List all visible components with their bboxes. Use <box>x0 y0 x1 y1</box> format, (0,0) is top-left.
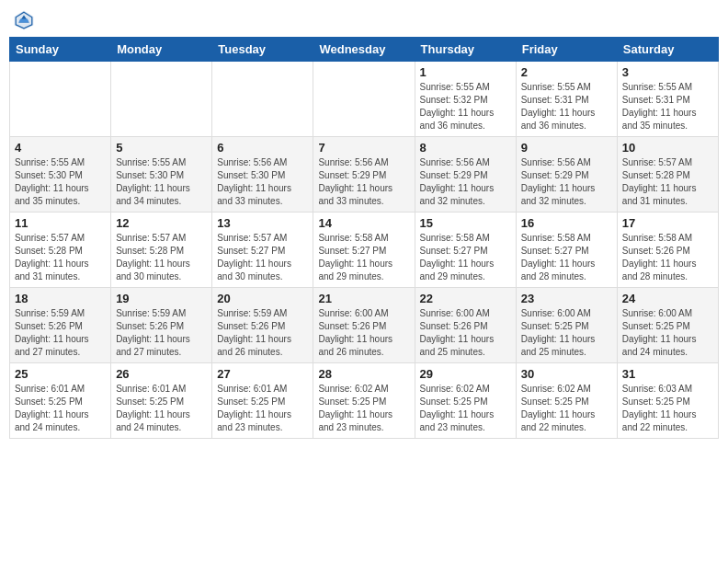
day-number: 5 <box>116 141 207 155</box>
logo-icon <box>13 9 35 31</box>
day-number: 14 <box>318 216 409 230</box>
day-number: 9 <box>521 141 612 155</box>
calendar-week-1: 1Sunrise: 5:55 AM Sunset: 5:32 PM Daylig… <box>10 62 719 137</box>
day-info: Sunrise: 5:56 AM Sunset: 5:29 PM Dayligh… <box>521 156 612 208</box>
calendar-week-4: 18Sunrise: 5:59 AM Sunset: 5:26 PM Dayli… <box>10 288 719 363</box>
calendar-cell: 15Sunrise: 5:58 AM Sunset: 5:27 PM Dayli… <box>415 213 516 288</box>
day-number: 28 <box>318 367 409 381</box>
calendar-week-5: 25Sunrise: 6:01 AM Sunset: 5:25 PM Dayli… <box>10 363 719 439</box>
day-number: 4 <box>15 141 106 155</box>
day-number: 27 <box>217 367 308 381</box>
calendar-cell <box>212 62 313 137</box>
day-info: Sunrise: 5:57 AM Sunset: 5:28 PM Dayligh… <box>15 232 106 283</box>
day-number: 3 <box>622 65 713 79</box>
day-info: Sunrise: 6:02 AM Sunset: 5:25 PM Dayligh… <box>318 383 409 434</box>
day-info: Sunrise: 5:57 AM Sunset: 5:27 PM Dayligh… <box>217 232 308 283</box>
day-number: 26 <box>116 367 207 381</box>
calendar-cell: 4Sunrise: 5:55 AM Sunset: 5:30 PM Daylig… <box>10 137 111 213</box>
day-info: Sunrise: 5:57 AM Sunset: 5:28 PM Dayligh… <box>116 232 207 283</box>
day-info: Sunrise: 5:56 AM Sunset: 5:29 PM Dayligh… <box>420 156 511 208</box>
day-info: Sunrise: 6:02 AM Sunset: 5:25 PM Dayligh… <box>521 383 612 434</box>
calendar-cell: 18Sunrise: 5:59 AM Sunset: 5:26 PM Dayli… <box>10 288 111 363</box>
calendar-cell: 17Sunrise: 5:58 AM Sunset: 5:26 PM Dayli… <box>617 213 718 288</box>
column-header-friday: Friday <box>516 38 617 62</box>
calendar-cell: 6Sunrise: 5:56 AM Sunset: 5:30 PM Daylig… <box>212 137 313 213</box>
day-number: 22 <box>420 292 511 305</box>
calendar-cell: 14Sunrise: 5:58 AM Sunset: 5:27 PM Dayli… <box>313 213 415 288</box>
day-number: 8 <box>420 141 511 155</box>
day-info: Sunrise: 5:56 AM Sunset: 5:30 PM Dayligh… <box>217 156 308 208</box>
calendar-cell: 2Sunrise: 5:55 AM Sunset: 5:31 PM Daylig… <box>516 62 617 137</box>
calendar-cell: 7Sunrise: 5:56 AM Sunset: 5:29 PM Daylig… <box>313 137 415 213</box>
day-info: Sunrise: 5:55 AM Sunset: 5:32 PM Dayligh… <box>420 81 511 132</box>
day-number: 6 <box>217 141 308 155</box>
calendar-cell: 20Sunrise: 5:59 AM Sunset: 5:26 PM Dayli… <box>212 288 313 363</box>
day-info: Sunrise: 6:00 AM Sunset: 5:25 PM Dayligh… <box>622 307 713 359</box>
calendar-cell <box>10 62 111 137</box>
calendar-cell: 24Sunrise: 6:00 AM Sunset: 5:25 PM Dayli… <box>617 288 718 363</box>
calendar-cell: 29Sunrise: 6:02 AM Sunset: 5:25 PM Dayli… <box>415 363 516 439</box>
day-info: Sunrise: 5:55 AM Sunset: 5:31 PM Dayligh… <box>521 81 612 132</box>
logo <box>13 9 39 31</box>
day-info: Sunrise: 5:58 AM Sunset: 5:27 PM Dayligh… <box>318 232 409 283</box>
calendar-cell: 11Sunrise: 5:57 AM Sunset: 5:28 PM Dayli… <box>10 213 111 288</box>
day-info: Sunrise: 5:59 AM Sunset: 5:26 PM Dayligh… <box>116 307 207 359</box>
day-info: Sunrise: 5:58 AM Sunset: 5:27 PM Dayligh… <box>420 232 511 283</box>
day-number: 19 <box>116 292 207 305</box>
calendar-cell: 12Sunrise: 5:57 AM Sunset: 5:28 PM Dayli… <box>111 213 212 288</box>
calendar-cell: 22Sunrise: 6:00 AM Sunset: 5:26 PM Dayli… <box>415 288 516 363</box>
calendar-cell <box>111 62 212 137</box>
column-header-sunday: Sunday <box>10 38 111 62</box>
day-info: Sunrise: 6:01 AM Sunset: 5:25 PM Dayligh… <box>15 383 106 434</box>
day-info: Sunrise: 5:58 AM Sunset: 5:27 PM Dayligh… <box>521 232 612 283</box>
day-info: Sunrise: 5:59 AM Sunset: 5:26 PM Dayligh… <box>217 307 308 359</box>
day-number: 25 <box>15 367 106 381</box>
day-number: 2 <box>521 65 612 79</box>
calendar-cell: 30Sunrise: 6:02 AM Sunset: 5:25 PM Dayli… <box>516 363 617 439</box>
day-info: Sunrise: 5:55 AM Sunset: 5:30 PM Dayligh… <box>116 156 207 208</box>
day-info: Sunrise: 5:56 AM Sunset: 5:29 PM Dayligh… <box>318 156 409 208</box>
page-header <box>9 9 719 31</box>
calendar-cell: 28Sunrise: 6:02 AM Sunset: 5:25 PM Dayli… <box>313 363 415 439</box>
day-info: Sunrise: 6:03 AM Sunset: 5:25 PM Dayligh… <box>622 383 713 434</box>
day-number: 13 <box>217 216 308 230</box>
day-info: Sunrise: 5:59 AM Sunset: 5:26 PM Dayligh… <box>15 307 106 359</box>
day-number: 23 <box>521 292 612 305</box>
day-number: 24 <box>622 292 713 305</box>
calendar-cell: 25Sunrise: 6:01 AM Sunset: 5:25 PM Dayli… <box>10 363 111 439</box>
column-header-saturday: Saturday <box>617 38 718 62</box>
calendar-cell: 23Sunrise: 6:00 AM Sunset: 5:25 PM Dayli… <box>516 288 617 363</box>
calendar-cell: 26Sunrise: 6:01 AM Sunset: 5:25 PM Dayli… <box>111 363 212 439</box>
day-number: 18 <box>15 292 106 305</box>
calendar-cell: 27Sunrise: 6:01 AM Sunset: 5:25 PM Dayli… <box>212 363 313 439</box>
day-number: 30 <box>521 367 612 381</box>
day-info: Sunrise: 6:01 AM Sunset: 5:25 PM Dayligh… <box>116 383 207 434</box>
column-header-thursday: Thursday <box>415 38 516 62</box>
calendar-cell: 10Sunrise: 5:57 AM Sunset: 5:28 PM Dayli… <box>617 137 718 213</box>
day-number: 29 <box>420 367 511 381</box>
calendar-cell: 16Sunrise: 5:58 AM Sunset: 5:27 PM Dayli… <box>516 213 617 288</box>
calendar-cell: 21Sunrise: 6:00 AM Sunset: 5:26 PM Dayli… <box>313 288 415 363</box>
calendar-cell: 3Sunrise: 5:55 AM Sunset: 5:31 PM Daylig… <box>617 62 718 137</box>
day-number: 7 <box>318 141 409 155</box>
day-info: Sunrise: 6:00 AM Sunset: 5:26 PM Dayligh… <box>318 307 409 359</box>
calendar-cell: 31Sunrise: 6:03 AM Sunset: 5:25 PM Dayli… <box>617 363 718 439</box>
day-info: Sunrise: 6:00 AM Sunset: 5:25 PM Dayligh… <box>521 307 612 359</box>
day-number: 10 <box>622 141 713 155</box>
day-number: 1 <box>420 65 511 79</box>
calendar-cell: 1Sunrise: 5:55 AM Sunset: 5:32 PM Daylig… <box>415 62 516 137</box>
day-number: 15 <box>420 216 511 230</box>
calendar-cell: 8Sunrise: 5:56 AM Sunset: 5:29 PM Daylig… <box>415 137 516 213</box>
day-info: Sunrise: 5:57 AM Sunset: 5:28 PM Dayligh… <box>622 156 713 208</box>
column-header-monday: Monday <box>111 38 212 62</box>
calendar-week-3: 11Sunrise: 5:57 AM Sunset: 5:28 PM Dayli… <box>10 213 719 288</box>
day-info: Sunrise: 6:01 AM Sunset: 5:25 PM Dayligh… <box>217 383 308 434</box>
day-info: Sunrise: 5:55 AM Sunset: 5:30 PM Dayligh… <box>15 156 106 208</box>
calendar-cell: 9Sunrise: 5:56 AM Sunset: 5:29 PM Daylig… <box>516 137 617 213</box>
day-info: Sunrise: 5:58 AM Sunset: 5:26 PM Dayligh… <box>622 232 713 283</box>
day-number: 21 <box>318 292 409 305</box>
day-info: Sunrise: 6:00 AM Sunset: 5:26 PM Dayligh… <box>420 307 511 359</box>
calendar-week-2: 4Sunrise: 5:55 AM Sunset: 5:30 PM Daylig… <box>10 137 719 213</box>
calendar-cell: 13Sunrise: 5:57 AM Sunset: 5:27 PM Dayli… <box>212 213 313 288</box>
day-info: Sunrise: 6:02 AM Sunset: 5:25 PM Dayligh… <box>420 383 511 434</box>
